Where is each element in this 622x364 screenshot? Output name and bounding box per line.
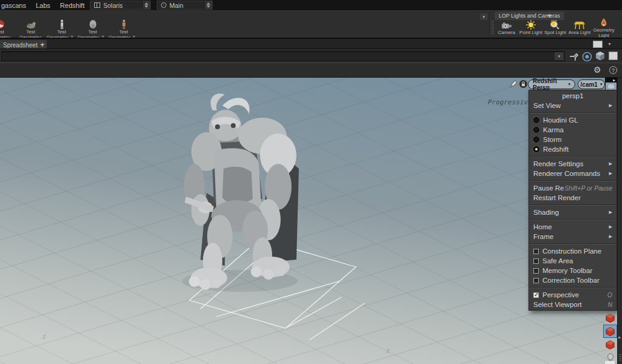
radio-icon: [533, 127, 539, 133]
desktop-selector[interactable]: Solaris: [90, 1, 151, 10]
viewport-canvas[interactable]: 2 2: [0, 78, 617, 364]
menu-item-shading[interactable]: Shading ▶: [529, 207, 617, 217]
viewport-right-toolbar: [603, 311, 617, 364]
edit-camera-icon[interactable]: [509, 79, 518, 91]
node-path-dropdown-icon[interactable]: ▼: [555, 52, 564, 60]
menu-item-correction-toolbar[interactable]: Correction Toolbar: [529, 275, 617, 285]
lock-camera-icon[interactable]: [519, 79, 528, 91]
radio-selected-icon: [533, 146, 539, 152]
submenu-arrow-icon: ▶: [609, 210, 612, 215]
desktop-selector-spinner[interactable]: [142, 1, 150, 9]
menu-separator: [529, 180, 617, 181]
menu-item-select-viewport[interactable]: Select Viewport N: [529, 300, 617, 309]
shelf-tool-camera[interactable]: Camera: [494, 19, 519, 38]
menu-separator: [529, 287, 617, 288]
shelf-tool-distant-light[interactable]: Dis: [616, 19, 622, 38]
menu-item-perspective[interactable]: Perspective O: [529, 290, 617, 300]
follow-selection-icon[interactable]: [581, 51, 592, 62]
submenu-arrow-icon: ▶: [609, 234, 612, 239]
desktop-selector-value: Solaris: [103, 2, 123, 9]
menu-item-restart-render[interactable]: Restart Render: [529, 193, 617, 203]
shelf-tool-test-geometry-head[interactable]: Test Geometry: T...: [77, 19, 108, 38]
chevron-down-icon: ▾: [600, 82, 603, 87]
node-path-field[interactable]: ▼: [1, 51, 565, 61]
expand-arrow-icon[interactable]: ▶: [618, 335, 621, 339]
shortcut-label: Shift+P or Pause: [564, 184, 612, 192]
submenu-arrow-icon: ▶: [609, 161, 612, 166]
menu-separator: [529, 156, 617, 157]
menu-item-storm[interactable]: Storm: [529, 135, 617, 144]
menu-item-frame[interactable]: Frame ▶: [529, 232, 617, 241]
submenu-arrow-icon: ▶: [609, 224, 612, 229]
pane-menu-arrow-icon[interactable]: ▼: [607, 42, 612, 46]
menu-separator: [529, 204, 617, 206]
desktop-layout-icon: [94, 2, 100, 8]
checkbox-icon: [533, 249, 539, 254]
redshift-rop-icon[interactable]: [603, 338, 617, 351]
shelf-tool-test-geometry-tommy[interactable]: Test Geometry: T...: [108, 19, 139, 38]
radio-icon: [533, 117, 539, 123]
checkbox-icon: [533, 268, 539, 274]
menu-item-renderer-commands[interactable]: Renderer Commands ▶: [529, 169, 617, 178]
pane-path-selector[interactable]: Main: [157, 1, 213, 10]
menu-item-memory-toolbar[interactable]: Memory Toolbar: [529, 266, 617, 275]
menu-item-render-settings[interactable]: Render Settings ▶: [529, 159, 617, 169]
area-light-icon: [567, 19, 592, 30]
pane-path-spinner[interactable]: [204, 1, 212, 9]
checkbox-icon: [533, 278, 539, 283]
shaderball-icon: [0, 19, 15, 29]
redshift-rop-icon[interactable]: [603, 311, 617, 325]
help-icon[interactable]: ?: [609, 66, 617, 74]
geometry-cube-icon[interactable]: [595, 51, 606, 62]
shelf-tool-test-geometry-shaderball[interactable]: Test Geometry: S...: [0, 19, 15, 38]
viewport-pane-header: ⚙ ?: [0, 62, 622, 78]
menu-header-persp1: persp1: [529, 91, 617, 101]
add-pane-tab-button[interactable]: +: [40, 40, 45, 49]
menu-item-houdini-gl[interactable]: Houdini GL: [529, 115, 617, 125]
camera-selector-pill[interactable]: /cam1 ▾: [578, 79, 605, 89]
panel-white-icon[interactable]: [609, 52, 618, 60]
checkbox-icon: [533, 258, 539, 264]
resize-grip[interactable]: [619, 354, 621, 362]
viewport-context-menu: persp1 Set View ▶ Houdini GL Karma Storm…: [528, 90, 617, 311]
pane-path-value: Main: [169, 2, 183, 9]
renderer-selector-pill[interactable]: Redshift Persp ▾: [528, 79, 575, 89]
play-icon: ▶: [613, 78, 615, 82]
pane-maximize-icon[interactable]: [593, 41, 603, 48]
menu-separator: [529, 219, 617, 220]
crosshair-icon: [161, 2, 166, 8]
menu-labs[interactable]: Labs: [31, 2, 55, 9]
redshift-rop-icon-selected[interactable]: [603, 325, 617, 338]
shelf-area: Test Geometry: S... Test Geometry: S... …: [0, 10, 622, 38]
submenu-arrow-icon: ▶: [609, 103, 612, 108]
menu-redshift[interactable]: Redshift: [55, 2, 89, 9]
viewport-3d[interactable]: 2 2: [0, 78, 617, 364]
distant-light-icon: [616, 19, 622, 30]
menu-item-safe-area[interactable]: Safe Area: [529, 256, 617, 266]
menu-item-construction-plane[interactable]: Construction Plane: [529, 246, 617, 256]
shelf-tool-test-geometry-squab[interactable]: Test Geometry: S...: [15, 19, 46, 38]
shelf-tool-geometry-light[interactable]: Geometry Light: [592, 19, 616, 38]
spot-light-icon: [543, 19, 567, 30]
shortcut-label: N: [607, 301, 612, 308]
shelf-drag-handle[interactable]: [491, 21, 494, 35]
menu-item-home[interactable]: Home ▶: [529, 222, 617, 232]
menu-item-pause-render[interactable]: Pause Render Shift+P or Pause: [529, 183, 617, 193]
shelf-tool-test-geometry-figure[interactable]: Test Geometry: T...: [46, 19, 77, 38]
shortcut-label: O: [607, 291, 612, 298]
gear-icon[interactable]: ⚙: [593, 65, 601, 75]
submenu-arrow-icon: ▶: [609, 171, 612, 176]
partial-icon[interactable]: [605, 361, 615, 364]
menu-megascans[interactable]: gascans: [0, 2, 31, 9]
shelf-tools-right: Camera Point Light Spot Light Area Light: [494, 19, 622, 38]
shelf-tool-area-light[interactable]: Area Light: [567, 19, 592, 38]
menu-separator: [529, 243, 617, 244]
menu-item-redshift[interactable]: Redshift: [529, 144, 617, 154]
menu-item-karma[interactable]: Karma: [529, 125, 617, 135]
main-menubar: gascans Labs Redshift Help Solaris Main: [0, 0, 622, 10]
shelf-overflow-button[interactable]: ▼: [480, 13, 488, 20]
menu-item-set-view[interactable]: Set View ▶: [529, 101, 617, 110]
shelf-tool-spot-light[interactable]: Spot Light: [543, 19, 567, 38]
pin-icon[interactable]: [569, 51, 579, 62]
shelf-tool-point-light[interactable]: Point Light: [519, 19, 543, 38]
